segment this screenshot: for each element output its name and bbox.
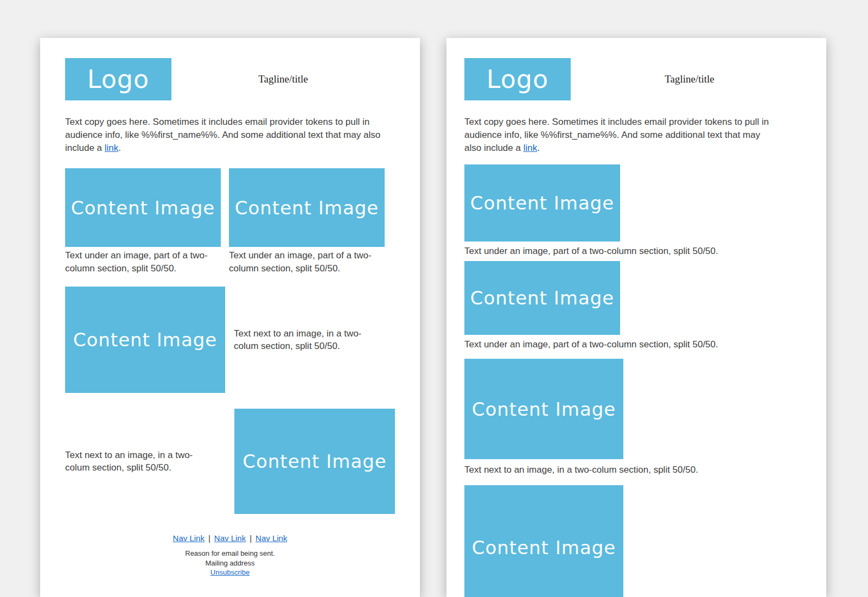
- content-image-label: Content Image: [472, 398, 616, 420]
- content-image-label: Content Image: [470, 287, 615, 309]
- footer-reason: Reason for email being sent.: [65, 549, 395, 558]
- nav-link-1[interactable]: Nav Link: [173, 534, 205, 543]
- content-image-placeholder: Content Image: [464, 164, 620, 242]
- content-image-label: Content Image: [472, 537, 616, 558]
- body-copy-period: .: [537, 143, 540, 153]
- email-footer: Nav Link|Nav Link|Nav Link Reason for em…: [65, 534, 395, 577]
- unsubscribe-link[interactable]: Unsubscribe: [210, 568, 250, 576]
- body-copy-text: Text copy goes here. Sometimes it includ…: [464, 117, 769, 153]
- content-image-placeholder: Content Image: [229, 168, 385, 247]
- image-left-text-right-row: Content Image Text next to an image, in …: [65, 287, 395, 393]
- image-caption: Text under an image, part of a two-colum…: [464, 245, 808, 258]
- content-image-label: Content Image: [242, 450, 387, 472]
- content-image-placeholder: Content Image: [65, 168, 221, 247]
- column-right: Content Image Text under an image, part …: [229, 168, 385, 275]
- content-image-label: Content Image: [71, 197, 215, 219]
- nav-separator: |: [208, 534, 210, 543]
- logo-placeholder: Logo: [65, 58, 171, 100]
- content-image-placeholder: Content Image: [464, 485, 623, 597]
- side-text: Text next to an image, in a two- colum s…: [234, 327, 371, 353]
- logo-label: Logo: [87, 65, 149, 94]
- content-image-placeholder: Content Image: [464, 359, 623, 459]
- content-image-label: Content Image: [470, 192, 615, 214]
- content-image-label: Content Image: [73, 329, 218, 351]
- body-copy-period: .: [118, 143, 121, 153]
- nav-link-3[interactable]: Nav Link: [256, 534, 287, 543]
- tagline-title: Tagline/title: [571, 73, 808, 85]
- footer-nav: Nav Link|Nav Link|Nav Link: [65, 534, 395, 543]
- tagline-title: Tagline/title: [171, 73, 395, 85]
- body-inline-link[interactable]: link: [105, 143, 119, 153]
- desktop-email-preview: Logo Tagline/title Text copy goes here. …: [40, 38, 420, 597]
- body-inline-link[interactable]: link: [524, 143, 538, 153]
- body-copy: Text copy goes here. Sometimes it includ…: [464, 116, 808, 155]
- footer-mailing-address: Mailing address: [65, 558, 395, 568]
- email-header: Logo Tagline/title: [464, 58, 808, 100]
- mobile-email-preview: Logo Tagline/title Text copy goes here. …: [446, 38, 826, 597]
- logo-placeholder: Logo: [464, 58, 571, 100]
- two-column-image-row: Content Image Text under an image, part …: [65, 168, 395, 275]
- page-background: { "colors":{ "page_background":"#f0f0f0"…: [0, 0, 868, 597]
- nav-link-2[interactable]: Nav Link: [214, 534, 246, 543]
- nav-separator: |: [250, 534, 252, 543]
- image-caption: Text next to an image, in a two-colum se…: [464, 463, 808, 477]
- content-image-label: Content Image: [235, 197, 379, 219]
- image-caption: Text under an image, part of a two- colu…: [229, 249, 385, 275]
- body-copy: Text copy goes here. Sometimes it includ…: [65, 116, 395, 155]
- email-header: Logo Tagline/title: [65, 58, 395, 100]
- image-caption: Text under an image, part of a two-colum…: [464, 338, 808, 351]
- logo-label: Logo: [487, 65, 548, 94]
- image-caption: Text under an image, part of a two- colu…: [65, 249, 221, 275]
- content-image-placeholder: Content Image: [234, 409, 395, 514]
- text-left-image-right-row: Text next to an image, in a two- colum s…: [65, 409, 395, 514]
- column-left: Content Image Text under an image, part …: [65, 168, 221, 275]
- content-image-placeholder: Content Image: [464, 261, 620, 335]
- content-image-placeholder: Content Image: [65, 287, 225, 393]
- side-text: Text next to an image, in a two- colum s…: [65, 449, 207, 474]
